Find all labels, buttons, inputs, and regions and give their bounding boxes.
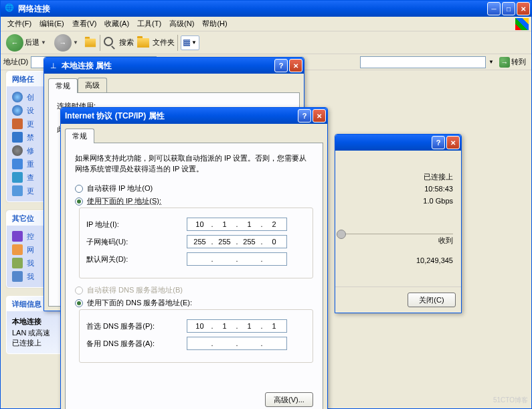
tcpip-dialog: Internet 协议 (TCP/IP) 属性 ? ✕ 常规 如果网络支持此功能… [60,107,328,409]
dns2-label: 备用 DNS 服务器(A): [86,339,187,349]
radio-manual-ip[interactable]: 使用下面的 IP 地址(S): [75,196,313,206]
search-label[interactable]: 搜索 [119,37,134,48]
folders-label[interactable]: 文件夹 [153,37,175,48]
auto-dns-label: 自动获得 DNS 服务器地址(B) [87,285,183,295]
forward-button: → ▼ [52,33,81,53]
computer-icon [12,271,23,282]
status-icon [12,185,23,196]
gateway-label: 默认网关(D): [86,254,187,264]
tasks-header: 网络任 [12,74,34,84]
network-places-icon [12,244,23,255]
status-speed: 1.0 Gbps [343,195,453,207]
dns1-label: 首选 DNS 服务器(P): [86,321,187,331]
menu-view[interactable]: 查看(V) [68,17,101,30]
tcpip-title: Internet 协议 (TCP/IP) 属性 [65,110,298,122]
minimize-button[interactable]: ─ [487,2,501,15]
tab-general[interactable]: 常规 [48,78,78,93]
network-icon [12,105,23,116]
help-button[interactable]: ? [274,59,288,72]
go-button[interactable]: → 转到 [497,56,529,68]
network-icon: 🌐 [5,3,15,14]
close-button[interactable]: ✕ [289,59,302,72]
status-body: 已连接上 10:58:43 1.0 Gbps 收到 10,249,345 [335,151,461,287]
search-icon[interactable] [103,36,116,50]
activity-divider: 收到 [343,234,453,234]
menu-advanced[interactable]: 高级(N) [165,17,198,30]
toolbar: ← 后退 ▼ → ▼ 搜索 文件夹 ▼ [1,31,531,54]
address-input-right[interactable] [360,56,486,68]
close-status-button[interactable]: 关闭(C) [408,293,456,307]
window-title: 网络连接 [18,3,487,15]
rename-icon [12,159,23,169]
tab-general[interactable]: 常规 [65,129,94,143]
ip-label: IP 地址(I): [86,220,187,230]
radio-manual-dns[interactable]: 使用下面的 DNS 服务器地址(E): [75,298,313,308]
maximize-button[interactable]: □ [502,2,515,15]
other-header: 其它位 [12,214,34,224]
go-label: 转到 [511,57,526,67]
status-duration: 10:58:43 [343,183,453,195]
advanced-button[interactable]: 高级(V)... [265,392,313,407]
tab-advanced[interactable]: 高级 [78,78,107,92]
ip-input[interactable]: 10. 1. 1. 2 [187,218,287,231]
help-button[interactable]: ? [298,109,311,122]
view-icon [12,172,23,183]
watermark: 51CTO博客 [493,396,528,405]
activity-icon [337,230,346,239]
windows-logo-icon [515,18,529,30]
ip-fieldset: IP 地址(I): 10. 1. 1. 2 子网掩码(U): 255. 255.… [79,208,313,278]
auto-ip-label: 自动获得 IP 地址(O) [87,183,153,193]
radio-checked-icon [75,299,83,307]
menu-edit[interactable]: 编辑(E) [35,17,68,30]
status-titlebar[interactable]: 状态 ? ✕ [335,135,461,151]
address-label: 地址(D) [3,57,28,67]
details-header: 详细信息 [12,300,41,308]
gateway-input[interactable]: . . . [187,252,287,266]
manual-ip-label: 使用下面的 IP 地址(S): [87,196,161,206]
radio-auto-dns: 自动获得 DNS 服务器地址(B) [75,285,313,295]
menu-favorites[interactable]: 收藏(A) [100,17,133,30]
mask-input[interactable]: 255. 255. 255. 0 [187,235,287,248]
close-button[interactable]: ✕ [313,109,326,122]
tcpip-titlebar[interactable]: Internet 协议 (TCP/IP) 属性 ? ✕ [61,108,327,124]
status-dialog: 状态 ? ✕ 已连接上 10:58:43 1.0 Gbps 收到 10,249,… [335,134,462,313]
menu-file[interactable]: 文件(F) [3,17,35,30]
documents-icon [12,258,23,268]
close-button[interactable]: ✕ [446,136,460,149]
props-titlebar[interactable]: ⊥ 本地连接 属性 ? ✕ [44,58,304,74]
dns-fieldset: 首选 DNS 服务器(P): 10. 1. 1. 1 备用 DNS 服务器(A)… [79,309,313,363]
folders-icon[interactable] [137,36,150,50]
status-packets: 10,249,345 [343,254,453,266]
radio-checked-icon [75,197,83,206]
manual-dns-label: 使用下面的 DNS 服务器地址(E): [87,298,192,308]
network-icon [12,92,23,102]
up-button[interactable] [84,36,97,50]
description: 如果网络支持此功能，则可以获取自动指派的 IP 设置。否则，您需要从网络系统管理… [75,153,313,174]
connection-icon: ⊥ [48,60,59,71]
control-panel-icon [12,231,23,242]
radio-disabled-icon [75,287,83,295]
props-title: 本地连接 属性 [62,60,274,72]
close-button[interactable]: ✕ [517,2,530,15]
repair-icon [12,145,23,156]
help-button[interactable]: ? [432,136,445,149]
firewall-icon [12,118,23,129]
radio-icon [75,185,83,193]
menu-tools[interactable]: 工具(T) [133,17,165,30]
status-connected: 已连接上 [343,171,453,183]
menubar: 文件(F) 编辑(E) 查看(V) 收藏(A) 工具(T) 高级(N) 帮助(H… [1,17,531,31]
radio-auto-ip[interactable]: 自动获得 IP 地址(O) [75,183,313,193]
view-button[interactable]: ▼ [181,35,199,50]
back-button[interactable]: ← 后退 ▼ [3,33,49,53]
back-label: 后退 [25,37,39,48]
dns2-input[interactable]: . . . [187,337,287,350]
disable-icon [12,132,23,143]
dns1-input[interactable]: 10. 1. 1. 1 [187,319,287,333]
menu-help[interactable]: 帮助(H) [198,17,231,30]
main-titlebar[interactable]: 🌐 网络连接 ─ □ ✕ [1,1,531,17]
mask-label: 子网掩码(U): [86,237,187,247]
